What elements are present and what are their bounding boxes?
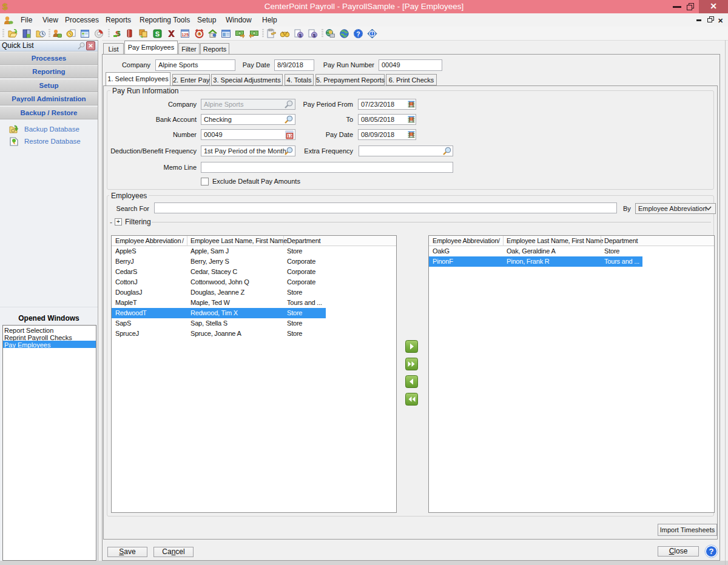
svg-text:S: S <box>155 30 160 38</box>
svg-text:?: ? <box>709 547 714 556</box>
svg-text:$: $ <box>117 30 121 37</box>
svg-text:$: $ <box>313 33 316 38</box>
svg-text:?: ? <box>356 30 360 38</box>
svg-text:$: $ <box>299 33 302 38</box>
svg-text:125: 125 <box>181 33 189 37</box>
